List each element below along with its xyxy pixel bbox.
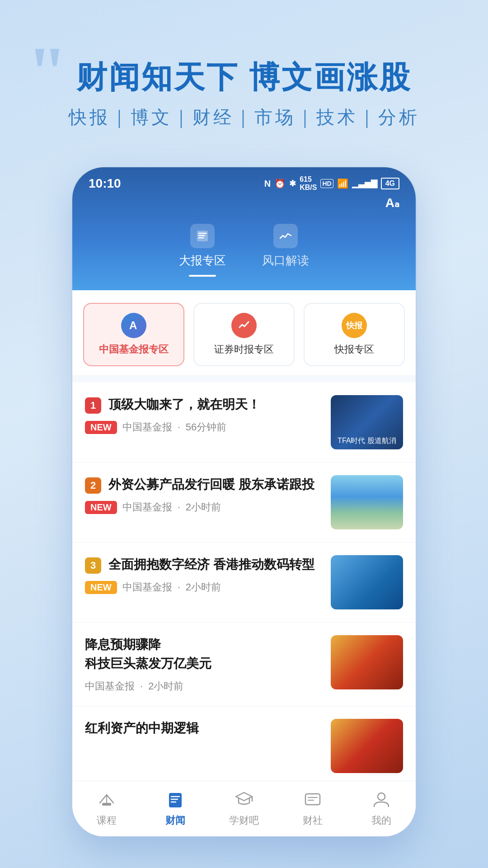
kecheng-icon — [96, 788, 117, 810]
zhengquanshibao-icon — [231, 313, 257, 338]
news-source-3: 中国基金报 — [122, 580, 172, 594]
rank-badge-2: 2 — [85, 477, 101, 494]
category-kuaibao[interactable]: 快报 快报专区 — [304, 303, 405, 366]
nav-caizhi-label: 财闻 — [165, 814, 185, 827]
news-text-2: 2 外资公募产品发行回暖 股东承诺跟投 NEW 中国基金报 · 2小时前 — [85, 475, 322, 514]
nav-xuecaiba[interactable]: 学财吧 — [210, 788, 278, 827]
fengkoujiedu-icon — [273, 224, 298, 248]
kuaibao-icon: 快报 — [342, 313, 367, 338]
svg-rect-6 — [102, 803, 111, 806]
hero-subtitle: 快报｜博文｜财经｜市场｜技术｜分析 — [27, 105, 461, 130]
bottom-nav: 课程 财闻 — [72, 781, 416, 836]
tab-dabaozhuanqu[interactable]: 大报专区 — [179, 224, 226, 277]
news-text-3: 3 全面拥抱数字经济 香港推动数码转型 NEW 中国基金报 · 2小时前 — [85, 555, 322, 594]
category-zhengquanshibao[interactable]: 证券时报专区 — [193, 303, 295, 366]
caizhi-icon — [164, 788, 186, 810]
nav-wode-label: 我的 — [371, 814, 391, 827]
nav-caizhi[interactable]: 财闻 — [141, 788, 210, 827]
news-item-3[interactable]: 3 全面拥抱数字经济 香港推动数码转型 NEW 中国基金报 · 2小时前 — [72, 542, 416, 623]
news-title-2: 2 外资公募产品发行回暖 股东承诺跟投 — [85, 475, 322, 494]
zhongguojijinbao-label: 中国基金报专区 — [99, 343, 169, 356]
tab-dabaozhuanqu-label: 大报专区 — [179, 253, 226, 269]
rank-badge-3: 3 — [85, 557, 101, 574]
news-thumb-2 — [331, 475, 403, 529]
news-meta-2: NEW 中国基金报 · 2小时前 — [85, 500, 322, 514]
nav-xuecaiba-label: 学财吧 — [229, 814, 259, 827]
nav-caishe[interactable]: 财社 — [278, 788, 347, 827]
new-badge-3: NEW — [85, 581, 117, 594]
news-thumb-5 — [331, 719, 403, 773]
caishe-icon — [302, 788, 324, 810]
nav-wode[interactable]: 我的 — [347, 788, 416, 827]
phone-frame: 10:10 N ⏰ ✱ 615KB/S HD 📶 ▁▃▅▇ — [72, 167, 416, 836]
news-thumb-4 — [331, 635, 403, 689]
status-icons: N ⏰ ✱ 615KB/S HD 📶 ▁▃▅▇ 4G — [264, 175, 399, 192]
news-dot-2: · — [178, 501, 180, 513]
font-size-button[interactable]: Aₐ — [72, 195, 416, 215]
news-title-4: 降息预期骤降科技巨头蒸发万亿美元 — [85, 635, 322, 673]
news-dot-4: · — [140, 680, 143, 692]
hero-section: 财闻知天下 博文画涨股 快报｜博文｜财经｜市场｜技术｜分析 — [0, 59, 488, 130]
nav-kecheng[interactable]: 课程 — [72, 788, 141, 827]
news-item-5[interactable]: 红利资产的中期逻辑 — [72, 706, 416, 781]
news-item-1[interactable]: 1 顶级大咖来了，就在明天！ NEW 中国基金报 · 56分钟前 — [72, 382, 416, 462]
news-text-1: 1 顶级大咖来了，就在明天！ NEW 中国基金报 · 56分钟前 — [85, 395, 322, 434]
news-text-4: 降息预期骤降科技巨头蒸发万亿美元 中国基金报 · 2小时前 — [85, 635, 322, 693]
phone-content: A 中国基金报专区 证券时报专区 — [72, 290, 416, 781]
news-time-3: 2小时前 — [186, 580, 221, 594]
header-tabs-container: 大报专区 风口解读 — [72, 215, 416, 290]
news-time-1: 56分钟前 — [186, 420, 226, 434]
hero-title: 财闻知天下 博文画涨股 — [27, 59, 461, 96]
news-thumb-3 — [331, 555, 403, 609]
news-meta-3: NEW 中国基金报 · 2小时前 — [85, 580, 322, 594]
news-dot-3: · — [178, 581, 180, 593]
news-text-5: 红利资产的中期逻辑 — [85, 719, 322, 744]
dabaozhuanqu-icon — [190, 224, 215, 248]
phone-header: 10:10 N ⏰ ✱ 615KB/S HD 📶 ▁▃▅▇ — [72, 167, 416, 290]
signal-icon: ▁▃▅▇ — [352, 179, 377, 189]
wode-icon — [371, 788, 392, 810]
nav-caishe-label: 财社 — [303, 814, 323, 827]
news-meta-4: 中国基金报 · 2小时前 — [85, 679, 322, 693]
news-title-3: 3 全面拥抱数字经济 香港推动数码转型 — [85, 555, 322, 574]
data-speed-icon: 615KB/S — [300, 175, 317, 192]
news-dot-1: · — [178, 421, 180, 433]
svg-point-17 — [378, 793, 385, 800]
svg-text:A: A — [129, 319, 137, 331]
svg-rect-14 — [305, 794, 320, 805]
alarm-icon: ⏰ — [274, 178, 286, 189]
status-bar: 10:10 N ⏰ ✱ 615KB/S HD 📶 ▁▃▅▇ — [72, 167, 416, 195]
kuaibao-label: 快报专区 — [334, 343, 374, 356]
news-source-4: 中国基金报 — [85, 679, 135, 693]
news-meta-1: NEW 中国基金报 · 56分钟前 — [85, 420, 322, 434]
new-badge-2: NEW — [85, 501, 117, 514]
news-source-2: 中国基金报 — [122, 500, 172, 514]
phone-mockup: 10:10 N ⏰ ✱ 615KB/S HD 📶 ▁▃▅▇ — [72, 167, 416, 836]
category-zhongguojijinbao[interactable]: A 中国基金报专区 — [83, 303, 184, 366]
battery-icon: 4G — [381, 178, 399, 189]
rank-badge-1: 1 — [85, 397, 101, 414]
zhengquanshibao-label: 证券时报专区 — [214, 343, 274, 356]
news-list: 1 顶级大咖来了，就在明天！ NEW 中国基金报 · 56分钟前 — [72, 382, 416, 781]
category-row: A 中国基金报专区 证券时报专区 — [72, 290, 416, 375]
new-badge-1: NEW — [85, 421, 117, 434]
zhongguojijinbao-icon: A — [121, 313, 146, 338]
news-thumb-1 — [331, 395, 403, 449]
news-title-1: 1 顶级大咖来了，就在明天！ — [85, 395, 322, 414]
bluetooth-icon: ✱ — [289, 179, 296, 189]
news-time-4: 2小时前 — [148, 679, 183, 693]
news-time-2: 2小时前 — [186, 500, 221, 514]
svg-rect-8 — [169, 793, 182, 807]
nav-kecheng-label: 课程 — [97, 814, 117, 827]
tab-fengkoujiedu[interactable]: 风口解读 — [262, 224, 309, 277]
status-time: 10:10 — [89, 176, 121, 191]
notification-icon: N — [264, 179, 271, 189]
xuecaiba-icon — [233, 788, 255, 810]
news-item-4[interactable]: 降息预期骤降科技巨头蒸发万亿美元 中国基金报 · 2小时前 — [72, 623, 416, 706]
wifi-icon: 📶 — [337, 178, 348, 189]
hd-icon: HD — [320, 179, 333, 188]
news-item-2[interactable]: 2 外资公募产品发行回暖 股东承诺跟投 NEW 中国基金报 · 2小时前 — [72, 462, 416, 542]
news-source-1: 中国基金报 — [122, 420, 172, 434]
news-title-5: 红利资产的中期逻辑 — [85, 719, 322, 738]
tab-fengkoujiedu-label: 风口解读 — [262, 253, 309, 269]
